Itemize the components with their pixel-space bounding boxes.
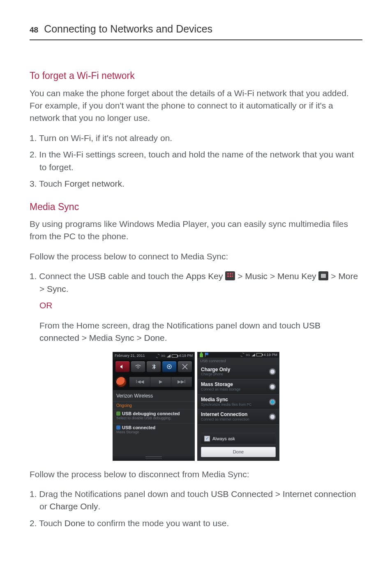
notification-subtitle: Mass Storage — [116, 430, 191, 434]
done-label: Done — [144, 333, 165, 342]
step-text: . — [98, 502, 100, 511]
ongoing-header: Ongoing — [113, 402, 194, 409]
sync-label: Sync — [47, 284, 66, 294]
usb-connected-label: USB Connected — [211, 489, 273, 499]
step-text: . — [165, 333, 167, 342]
section-title: Media Sync — [30, 200, 362, 214]
or-paragraph: From the Home screen, drag the Notificat… — [30, 319, 362, 344]
checkbox-icon: ✓ — [204, 436, 210, 441]
carrier-block: Verizon Wireless — [113, 390, 194, 402]
music-play-button[interactable]: ▶ — [150, 377, 171, 387]
step-text: 3. Touch — [30, 179, 65, 188]
done-label: Done — [65, 518, 85, 528]
option-title: Media Sync — [201, 397, 251, 403]
paragraph: Follow the process below to connect to M… — [30, 250, 362, 263]
music-buttons: I◀◀ ▶ ▶▶I — [129, 377, 192, 387]
music-next-button[interactable]: ▶▶I — [171, 377, 192, 387]
page-header: 48 Connecting to Networks and Devices — [30, 21, 362, 40]
step-item: 1. Drag the Notifications panel down and… — [30, 488, 362, 513]
step-item: 1. Turn on Wi-Fi, if it's not already on… — [30, 132, 362, 144]
music-label: Music — [245, 271, 267, 281]
music-prev-button[interactable]: I◀◀ — [129, 377, 150, 387]
radio-icon — [269, 414, 276, 420]
notification-subtitle: Select to disable USB debugging. — [116, 416, 191, 420]
radio-icon — [269, 384, 276, 390]
network-type-icon: 3G — [161, 354, 166, 358]
option-title: Charge Only — [201, 367, 230, 373]
status-time: 4:19 PM — [179, 354, 193, 358]
airplane-toggle[interactable] — [178, 361, 192, 372]
paragraph: Follow the process below to disconnect f… — [30, 468, 362, 481]
step-text: > — [235, 271, 245, 281]
notification-item[interactable]: USB debugging connected Select to disabl… — [113, 409, 194, 423]
step-text: > — [273, 489, 283, 499]
step-item: 1. Connect the USB cable and touch the A… — [30, 270, 362, 295]
step-item: 2. Touch Done to confirm the mode you wa… — [30, 517, 362, 529]
notification-item[interactable]: USB connected Mass Storage — [113, 423, 194, 437]
svg-point-7 — [168, 366, 170, 368]
more-label: More — [338, 271, 358, 281]
notification-title: USB debugging connected — [116, 411, 191, 416]
or-label: OR — [30, 299, 362, 312]
usb-mode-options: Charge OnlyCharge phone Mass StorageConn… — [198, 365, 279, 425]
apps-key-icon — [225, 271, 235, 280]
radio-icon — [269, 368, 276, 375]
option-subtitle: Synchronize media files from PC — [201, 403, 251, 407]
status-icons-group: 3G 4:19 PM — [240, 353, 277, 357]
step-text: . — [66, 284, 69, 294]
step-item: 2. In the Wi-Fi settings screen, touch a… — [30, 148, 362, 173]
notification-title-text: USB debugging connected — [122, 411, 180, 416]
svg-rect-2 — [227, 275, 229, 277]
gps-toggle[interactable] — [162, 361, 176, 372]
media-sync-label: Media Sync — [89, 333, 134, 342]
always-ask-row[interactable]: ✓ Always ask — [201, 433, 276, 444]
option-title: Mass Storage — [201, 382, 240, 388]
battery-icon — [172, 354, 178, 358]
step-item: 3. Touch Forget network. — [30, 178, 362, 190]
done-button[interactable]: Done — [201, 447, 276, 457]
radio-icon — [269, 399, 276, 405]
svg-rect-1 — [230, 273, 231, 275]
bluetooth-toggle[interactable] — [147, 361, 161, 372]
status-icons-group: 3G 4:19 PM — [156, 354, 193, 358]
option-subtitle: Charge phone — [201, 372, 230, 377]
svg-rect-3 — [230, 275, 231, 277]
usb-option-media-sync[interactable]: Media SyncSynchronize media files from P… — [198, 395, 279, 410]
screenshot-usb-mode: 3G 4:19 PM USB connected Charge OnlyChar… — [197, 352, 279, 461]
carrier-name: Verizon Wireless — [116, 393, 191, 399]
status-bar: 3G 4:19 PM — [198, 352, 279, 358]
internet-connection-label: Internet connection — [283, 489, 356, 499]
menu-key-label: Menu Key — [277, 271, 318, 281]
usb-connected-header: USB connected — [198, 358, 279, 364]
step-text: > — [39, 284, 47, 294]
network-type-icon: 3G — [246, 353, 250, 357]
apps-key-label: Apps Key — [186, 271, 226, 281]
sync-icon — [156, 354, 160, 358]
step-text: to confirm the mode you want to use. — [85, 518, 229, 528]
option-subtitle: Connect as Internet connection — [201, 418, 249, 422]
usb-debug-icon — [116, 411, 120, 416]
wifi-toggle[interactable] — [131, 361, 145, 372]
signal-icon — [166, 354, 171, 358]
status-time: 4:19 PM — [263, 353, 277, 357]
svg-rect-8 — [205, 353, 208, 355]
quick-toggle-row — [113, 360, 194, 374]
step-text: > — [328, 271, 338, 281]
step-text: 2. Touch — [30, 518, 65, 528]
page-number: 48 — [30, 24, 38, 36]
paragraph: You can make the phone forget about the … — [30, 87, 362, 125]
panel-drag-handle[interactable] — [113, 455, 194, 460]
music-control-bar: I◀◀ ▶ ▶▶I — [113, 374, 194, 390]
screenshot-row: February 21, 2011 3G 4:19 PM — [30, 352, 362, 461]
sound-toggle[interactable] — [115, 361, 129, 372]
step-text: From the Home screen, drag the Notificat… — [39, 321, 303, 330]
section-media-sync: Media Sync By using programs like Window… — [30, 200, 362, 530]
album-art-icon — [115, 376, 127, 388]
usb-option-charge-only[interactable]: Charge OnlyCharge phone — [198, 365, 279, 380]
usb-option-mass-storage[interactable]: Mass StorageConnect as mass storage — [198, 379, 279, 395]
svg-rect-5 — [232, 275, 233, 277]
option-subtitle: Connect as mass storage — [201, 388, 240, 392]
svg-rect-4 — [232, 273, 233, 275]
battery-icon — [256, 353, 262, 356]
usb-option-internet-connection[interactable]: Internet ConnectionConnect as Internet c… — [198, 409, 279, 425]
